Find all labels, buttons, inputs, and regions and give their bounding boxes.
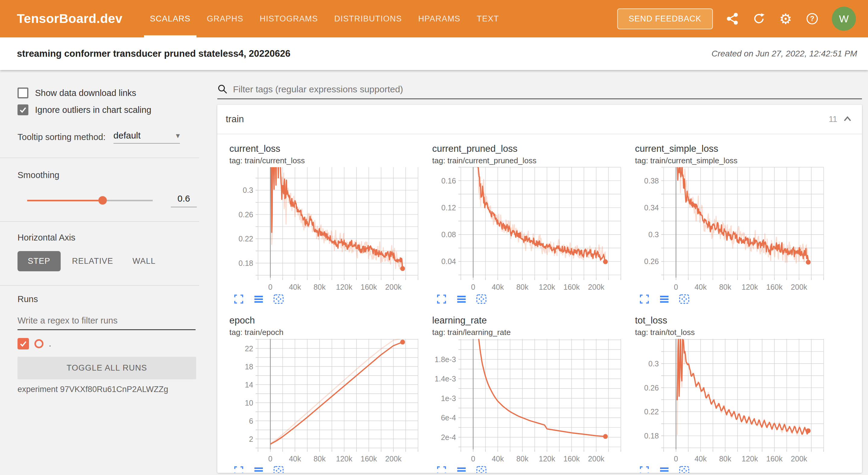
run-checkbox-checked-icon[interactable] bbox=[18, 338, 29, 349]
search-icon bbox=[217, 84, 228, 95]
settings-sidebar: Show data download links Ignore outliers… bbox=[0, 70, 199, 475]
fullscreen-icon[interactable] bbox=[639, 465, 650, 473]
scalars-dashboard: train 11 current_loss tag: train/current… bbox=[199, 70, 868, 475]
run-color-swatch-icon[interactable] bbox=[34, 339, 43, 348]
svg-text:160k: 160k bbox=[563, 283, 580, 291]
line-chart[interactable]: 0.180.220.260.3040k80k120k160k200k bbox=[635, 337, 831, 464]
fit-domain-icon[interactable] bbox=[273, 465, 284, 473]
smoothing-slider[interactable] bbox=[27, 196, 153, 204]
chart-tag: tag: train/learning_rate bbox=[432, 328, 628, 337]
divider bbox=[0, 221, 199, 222]
svg-text:0.3: 0.3 bbox=[243, 186, 253, 194]
slider-thumb[interactable] bbox=[98, 196, 107, 204]
show-download-links-toggle[interactable]: Show data download links bbox=[18, 85, 195, 101]
line-chart[interactable]: 0.260.30.340.38040k80k120k160k200k bbox=[635, 165, 831, 292]
chart-learning-rate: learning_rate tag: train/learning_rate 2… bbox=[432, 315, 628, 473]
tag-filter bbox=[217, 84, 862, 99]
tab-histograms[interactable]: HISTOGRAMS bbox=[253, 0, 324, 37]
tag-filter-input[interactable] bbox=[233, 84, 862, 94]
runs-list-icon[interactable] bbox=[658, 293, 670, 305]
svg-text:80k: 80k bbox=[517, 454, 529, 463]
tab-scalars[interactable]: SCALARS bbox=[144, 0, 196, 37]
runs-label: Runs bbox=[18, 294, 195, 304]
fullscreen-icon[interactable] bbox=[436, 293, 447, 305]
svg-text:120k: 120k bbox=[539, 283, 555, 291]
fullscreen-icon[interactable] bbox=[233, 293, 245, 305]
fit-domain-icon[interactable] bbox=[679, 293, 690, 305]
line-chart[interactable]: 0.040.080.120.16040k80k120k160k200k bbox=[432, 165, 628, 292]
checkbox-unchecked-icon[interactable] bbox=[18, 88, 28, 98]
chart-title: current_pruned_loss bbox=[432, 144, 628, 154]
settings-gear-icon[interactable]: ⚙ bbox=[779, 12, 793, 26]
tooltip-sorting-select[interactable]: default ▾ bbox=[114, 130, 180, 144]
svg-text:120k: 120k bbox=[336, 283, 352, 291]
line-chart[interactable]: 2610141822040k80k120k160k200k bbox=[229, 337, 426, 464]
fit-domain-icon[interactable] bbox=[273, 293, 284, 305]
fit-domain-icon[interactable] bbox=[476, 293, 487, 305]
svg-text:200k: 200k bbox=[385, 454, 402, 463]
svg-text:80k: 80k bbox=[719, 454, 732, 463]
tab-distributions[interactable]: DISTRIBUTIONS bbox=[329, 0, 408, 37]
train-section-header[interactable]: train 11 bbox=[217, 105, 862, 134]
svg-text:0.3: 0.3 bbox=[648, 230, 659, 239]
ignore-outliers-toggle[interactable]: Ignore outliers in chart scaling bbox=[18, 101, 195, 118]
svg-text:2e-4: 2e-4 bbox=[441, 433, 456, 442]
collapse-section-icon[interactable] bbox=[842, 114, 853, 125]
svg-text:200k: 200k bbox=[791, 454, 807, 463]
runs-list-icon[interactable] bbox=[456, 465, 467, 473]
chart-tag: tag: train/tot_loss bbox=[635, 328, 831, 337]
fit-domain-icon[interactable] bbox=[679, 465, 690, 473]
runs-list-icon[interactable] bbox=[456, 293, 467, 305]
train-section-card: train 11 current_loss tag: train/current… bbox=[217, 105, 862, 473]
share-icon[interactable] bbox=[725, 12, 739, 26]
svg-text:22: 22 bbox=[245, 344, 253, 353]
section-name: train bbox=[226, 114, 244, 125]
svg-text:160k: 160k bbox=[563, 454, 580, 463]
checkbox-checked-icon[interactable] bbox=[18, 104, 28, 115]
tab-text[interactable]: TEXT bbox=[471, 0, 505, 37]
send-feedback-button[interactable]: SEND FEEDBACK bbox=[617, 8, 713, 29]
line-chart[interactable]: 0.180.220.260.3040k80k120k160k200k bbox=[229, 165, 426, 292]
axis-wall-button[interactable]: WALL bbox=[125, 251, 163, 271]
runs-list-icon[interactable] bbox=[253, 293, 265, 305]
svg-text:200k: 200k bbox=[385, 283, 402, 291]
svg-text:6: 6 bbox=[249, 417, 253, 425]
runs-filter-input[interactable] bbox=[18, 313, 195, 330]
fullscreen-icon[interactable] bbox=[639, 293, 650, 305]
axis-step-button[interactable]: STEP bbox=[18, 251, 61, 271]
svg-text:0.26: 0.26 bbox=[239, 210, 253, 219]
svg-text:0.38: 0.38 bbox=[644, 177, 659, 185]
charts-grid: current_loss tag: train/current_loss 0.1… bbox=[217, 134, 862, 473]
toggle-all-runs-button[interactable]: TOGGLE ALL RUNS bbox=[18, 357, 196, 379]
svg-text:0: 0 bbox=[674, 454, 678, 463]
run-name: . bbox=[49, 339, 51, 349]
chart-tot-loss: tot_loss tag: train/tot_loss 0.180.220.2… bbox=[635, 315, 831, 473]
fullscreen-icon[interactable] bbox=[233, 465, 245, 473]
runs-list-icon[interactable] bbox=[658, 465, 670, 473]
svg-text:?: ? bbox=[810, 15, 814, 23]
user-avatar[interactable]: W bbox=[832, 7, 856, 31]
refresh-icon[interactable] bbox=[752, 12, 766, 26]
help-icon[interactable]: ? bbox=[805, 12, 819, 26]
tab-hparams[interactable]: HPARAMS bbox=[412, 0, 467, 37]
horizontal-axis-label: Horizontal Axis bbox=[18, 233, 195, 243]
svg-text:40k: 40k bbox=[694, 454, 707, 463]
tooltip-sorting-label: Tooltip sorting method: bbox=[18, 132, 105, 142]
smoothing-value[interactable]: 0.6 bbox=[171, 193, 197, 207]
svg-text:80k: 80k bbox=[719, 283, 732, 291]
svg-text:120k: 120k bbox=[742, 454, 758, 463]
svg-text:80k: 80k bbox=[314, 454, 326, 463]
chart-title: learning_rate bbox=[432, 315, 628, 326]
svg-text:0.12: 0.12 bbox=[441, 203, 456, 212]
chart-title: current_loss bbox=[229, 144, 426, 154]
axis-relative-button[interactable]: RELATIVE bbox=[64, 251, 121, 271]
svg-text:18: 18 bbox=[245, 362, 253, 371]
svg-text:200k: 200k bbox=[791, 283, 807, 291]
svg-text:0: 0 bbox=[674, 283, 678, 291]
svg-text:14: 14 bbox=[245, 381, 253, 389]
line-chart[interactable]: 2e-46e-41e-31.4e-31.8e-3040k80k120k160k2… bbox=[432, 337, 628, 464]
runs-list-icon[interactable] bbox=[253, 465, 265, 473]
fullscreen-icon[interactable] bbox=[436, 465, 447, 473]
fit-domain-icon[interactable] bbox=[476, 465, 487, 473]
tab-graphs[interactable]: GRAPHS bbox=[201, 0, 249, 37]
